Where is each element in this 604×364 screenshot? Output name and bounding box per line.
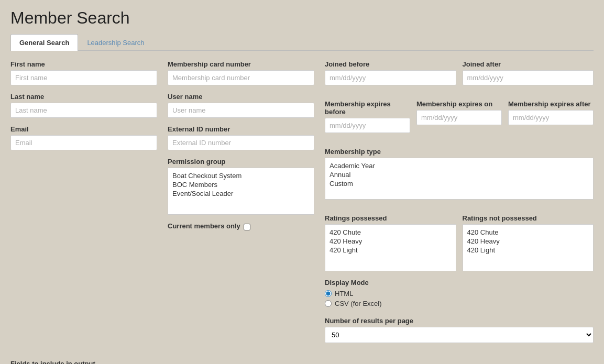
results-per-page-label: Number of results per page <box>325 317 594 325</box>
joined-after-group: Joined after <box>463 60 594 85</box>
external-id-input[interactable] <box>168 135 314 150</box>
joined-after-label: Joined after <box>463 60 594 68</box>
results-per-page-group: Number of results per page 10 25 50 100 … <box>325 317 594 343</box>
expires-dates-row: Membership expires before Membership exp… <box>325 100 594 140</box>
last-name-group: Last name <box>10 93 157 118</box>
membership-card-label: Membership card number <box>168 60 314 68</box>
results-per-page-select[interactable]: 10 25 50 100 200 <box>325 327 594 343</box>
rating-item[interactable]: 420 Light <box>467 246 589 255</box>
ratings-not-possessed-label: Ratings not possessed <box>463 214 594 222</box>
joined-dates-row: Joined before Joined after <box>325 60 594 93</box>
display-mode-html-radio[interactable] <box>325 290 332 297</box>
rating-item[interactable]: 420 Heavy <box>330 237 452 246</box>
expires-after-input[interactable] <box>508 110 594 125</box>
email-label: Email <box>10 125 157 133</box>
col-1: First name Last name Email <box>10 60 157 350</box>
email-input[interactable] <box>10 135 157 150</box>
fields-output: Fields to include in output First name L… <box>10 360 157 364</box>
display-mode-label: Display Mode <box>325 279 594 286</box>
user-name-input[interactable] <box>168 103 314 118</box>
external-id-group: External ID number <box>168 125 314 150</box>
permission-group-list[interactable]: Boat Checkout System BOC Members Event/S… <box>168 168 314 215</box>
display-mode-section: Display Mode HTML CSV (for Excel) <box>325 279 594 310</box>
expires-on-label: Membership expires on <box>416 100 502 108</box>
email-group: Email <box>10 125 157 150</box>
membership-type-item[interactable]: Custom <box>330 179 589 188</box>
ratings-not-possessed-group: Ratings not possessed 420 Chute 420 Heav… <box>463 214 594 271</box>
expires-after-label: Membership expires after <box>508 100 594 108</box>
ratings-not-possessed-list[interactable]: 420 Chute 420 Heavy 420 Light <box>463 224 594 271</box>
external-id-label: External ID number <box>168 125 314 133</box>
user-name-label: User name <box>168 93 314 101</box>
membership-type-item[interactable]: Academic Year <box>330 161 589 170</box>
search-form: First name Last name Email Membership ca… <box>10 60 594 350</box>
joined-before-input[interactable] <box>325 70 456 85</box>
rating-item[interactable]: 420 Chute <box>330 228 452 237</box>
ratings-possessed-label: Ratings possessed <box>325 214 456 222</box>
permission-group-group: Permission group Boat Checkout System BO… <box>168 158 314 215</box>
permission-item[interactable]: BOC Members <box>172 180 310 189</box>
page-title: Member Search <box>10 8 594 28</box>
display-mode-csv-radio[interactable] <box>325 300 332 307</box>
permission-item[interactable]: Event/Social Leader <box>172 189 310 198</box>
last-name-label: Last name <box>10 93 157 101</box>
membership-type-group: Membership type Academic Year Annual Cus… <box>325 148 594 207</box>
display-mode-csv-row: CSV (for Excel) <box>325 300 594 307</box>
user-name-group: User name <box>168 93 314 118</box>
membership-type-item[interactable]: Annual <box>330 170 589 179</box>
current-members-row: Current members only <box>168 222 314 232</box>
first-name-label: First name <box>10 60 157 68</box>
membership-card-group: Membership card number <box>168 60 314 85</box>
membership-type-list[interactable]: Academic Year Annual Custom <box>325 158 594 200</box>
expires-on-group: Membership expires on <box>416 100 502 133</box>
expires-after-group: Membership expires after <box>508 100 594 133</box>
tab-leadership-search[interactable]: Leadership Search <box>78 34 153 51</box>
ratings-possessed-list[interactable]: 420 Chute 420 Heavy 420 Light <box>325 224 456 271</box>
joined-after-input[interactable] <box>463 70 594 85</box>
expires-on-input[interactable] <box>416 110 502 125</box>
first-name-group: First name <box>10 60 157 85</box>
current-members-checkbox[interactable] <box>244 224 250 230</box>
joined-before-group: Joined before <box>325 60 456 85</box>
expires-before-input[interactable] <box>325 118 410 133</box>
first-name-input[interactable] <box>10 70 157 85</box>
rating-item[interactable]: 420 Light <box>330 246 452 255</box>
col-2: Membership card number User name Externa… <box>168 60 314 350</box>
fields-output-title: Fields to include in output <box>10 360 157 364</box>
display-mode-html-row: HTML <box>325 290 594 297</box>
last-name-input[interactable] <box>10 103 157 118</box>
expires-before-label: Membership expires before <box>325 100 410 116</box>
display-mode-csv-label: CSV (for Excel) <box>335 300 382 307</box>
tab-bar: General Search Leadership Search <box>10 34 594 51</box>
permission-item[interactable]: Boat Checkout System <box>172 171 310 180</box>
rating-item[interactable]: 420 Heavy <box>467 237 589 246</box>
expires-before-group: Membership expires before <box>325 100 410 133</box>
permission-group-label: Permission group <box>168 158 314 166</box>
membership-type-label: Membership type <box>325 148 594 156</box>
display-mode-html-label: HTML <box>335 290 353 297</box>
rating-item[interactable]: 420 Chute <box>467 228 589 237</box>
joined-before-label: Joined before <box>325 60 456 68</box>
bottom-section: Fields to include in output First name L… <box>10 356 594 364</box>
current-members-label: Current members only <box>168 222 240 230</box>
membership-card-input[interactable] <box>168 70 314 85</box>
ratings-possessed-group: Ratings possessed 420 Chute 420 Heavy 42… <box>325 214 456 271</box>
col-3: Joined before Joined after Membership ex… <box>325 60 594 350</box>
tab-general-search[interactable]: General Search <box>10 34 78 51</box>
ratings-row: Ratings possessed 420 Chute 420 Heavy 42… <box>325 214 594 271</box>
